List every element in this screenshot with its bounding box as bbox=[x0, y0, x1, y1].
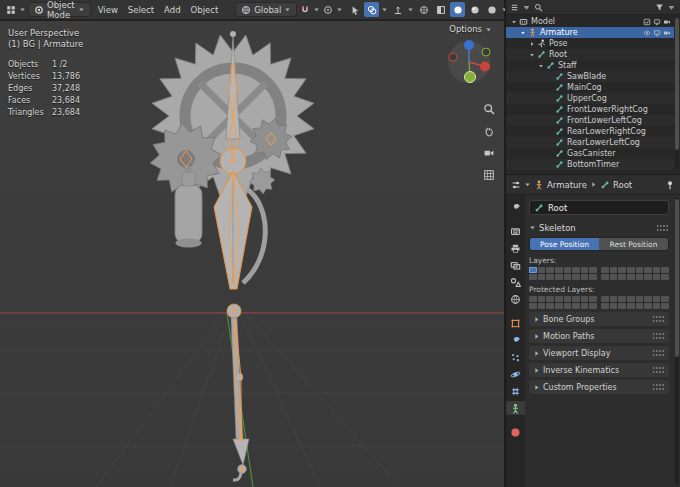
layer-toggle[interactable] bbox=[546, 303, 554, 309]
layer-toggle[interactable] bbox=[653, 274, 661, 280]
layer-toggle[interactable] bbox=[661, 267, 669, 273]
outliner-row-gascanister[interactable]: GasCanister bbox=[506, 148, 674, 159]
layer-toggle[interactable] bbox=[661, 274, 669, 280]
breadcrumb-data-icon[interactable] bbox=[600, 180, 610, 190]
layer-toggle[interactable] bbox=[653, 296, 661, 302]
layer-toggle[interactable] bbox=[601, 303, 609, 309]
gizmos-toggle-button[interactable] bbox=[390, 2, 405, 17]
menu-object[interactable]: Object bbox=[186, 3, 224, 17]
outliner-row-model[interactable]: Model bbox=[506, 16, 674, 27]
proportional-caret-icon[interactable] bbox=[336, 6, 343, 13]
navigation-gizmo[interactable] bbox=[442, 35, 496, 89]
menu-add[interactable]: Add bbox=[159, 3, 185, 17]
tab-particles[interactable] bbox=[506, 350, 525, 364]
layer-toggle[interactable] bbox=[618, 274, 626, 280]
orientation-selector[interactable]: Global bbox=[235, 2, 297, 17]
layer-toggle[interactable] bbox=[601, 296, 609, 302]
filter-caret-icon[interactable] bbox=[667, 3, 676, 12]
outliner-editor-type-icon[interactable] bbox=[510, 3, 519, 12]
panel-viewport-display[interactable]: Viewport Display bbox=[529, 346, 669, 360]
panel-custom-properties[interactable]: Custom Properties bbox=[529, 380, 669, 394]
layer-toggle[interactable] bbox=[636, 274, 644, 280]
outliner-row-staff[interactable]: Staff bbox=[506, 60, 674, 71]
shading-material-button[interactable] bbox=[467, 2, 482, 17]
outliner-row-sawblade[interactable]: SawBlade bbox=[506, 71, 674, 82]
camera-icon[interactable] bbox=[663, 29, 671, 37]
layer-toggle[interactable] bbox=[538, 296, 546, 302]
viewport-grid-toggle-button[interactable] bbox=[483, 169, 495, 181]
layer-toggle[interactable] bbox=[636, 296, 644, 302]
layer-toggle[interactable] bbox=[618, 267, 626, 273]
outliner-row-pose[interactable]: Pose bbox=[506, 38, 674, 49]
collapse-icon[interactable] bbox=[518, 30, 527, 36]
panel-grip-icon[interactable] bbox=[656, 224, 669, 232]
axis-x-neg-handle[interactable] bbox=[449, 53, 457, 61]
panel-grip-icon[interactable] bbox=[652, 366, 665, 374]
panel-grip-icon[interactable] bbox=[652, 332, 665, 340]
tab-object[interactable] bbox=[506, 316, 525, 330]
select-tool-button[interactable] bbox=[347, 2, 362, 17]
screen-icon[interactable] bbox=[653, 29, 661, 37]
menu-view[interactable]: View bbox=[93, 3, 123, 17]
screen-icon[interactable] bbox=[653, 18, 661, 26]
layer-toggle[interactable] bbox=[564, 303, 572, 309]
editor-type-button[interactable] bbox=[5, 4, 17, 16]
outliner-row-root[interactable]: Root bbox=[506, 49, 674, 60]
panel-bone-groups[interactable]: Bone Groups bbox=[529, 312, 669, 326]
layer-toggle[interactable] bbox=[546, 267, 554, 273]
tab-world[interactable] bbox=[506, 292, 525, 306]
layer-toggle[interactable] bbox=[636, 303, 644, 309]
checkbox-icon[interactable] bbox=[643, 18, 651, 26]
layer-toggle[interactable] bbox=[627, 274, 635, 280]
panel-grip-icon[interactable] bbox=[652, 349, 665, 357]
snap-magnet-button[interactable] bbox=[299, 4, 311, 16]
layer-toggle[interactable] bbox=[601, 274, 609, 280]
axis-y-neg-handle[interactable] bbox=[482, 48, 490, 56]
tab-constraints[interactable] bbox=[506, 384, 525, 398]
layer-toggle[interactable] bbox=[610, 296, 618, 302]
outliner-editor-caret-icon[interactable] bbox=[522, 3, 531, 12]
pose-position-button[interactable]: Pose Position bbox=[530, 238, 599, 250]
tab-object-data[interactable] bbox=[506, 401, 525, 415]
menu-select[interactable]: Select bbox=[123, 3, 159, 17]
layer-toggle[interactable] bbox=[581, 296, 589, 302]
camera-view-toggle-button[interactable] bbox=[483, 147, 495, 159]
outliner-row-rearlowerleftcog[interactable]: RearLowerLeftCog bbox=[506, 137, 674, 148]
pan-hand-tool-button[interactable] bbox=[483, 125, 495, 137]
axis-y-handle[interactable] bbox=[465, 72, 476, 83]
properties-editor-caret-icon[interactable] bbox=[524, 181, 531, 188]
filter-icon[interactable] bbox=[655, 3, 664, 12]
xray-toggle-button[interactable] bbox=[433, 2, 448, 17]
tab-material[interactable] bbox=[506, 425, 525, 439]
layer-toggle[interactable] bbox=[555, 303, 563, 309]
breadcrumb-data-label[interactable]: Root bbox=[613, 180, 632, 190]
tab-output[interactable] bbox=[506, 241, 525, 255]
layer-toggle[interactable] bbox=[581, 303, 589, 309]
breadcrumb-object-icon[interactable] bbox=[534, 180, 544, 190]
layer-toggle[interactable] bbox=[610, 267, 618, 273]
layer-toggle[interactable] bbox=[636, 267, 644, 273]
layer-toggle[interactable] bbox=[653, 267, 661, 273]
layer-toggle[interactable] bbox=[589, 274, 597, 280]
pin-icon[interactable] bbox=[665, 180, 675, 190]
options-dropdown[interactable]: Options bbox=[449, 24, 492, 34]
layer-toggle[interactable] bbox=[555, 296, 563, 302]
panel-motion-paths[interactable]: Motion Paths bbox=[529, 329, 669, 343]
layer-toggle[interactable] bbox=[589, 303, 597, 309]
mode-selector[interactable]: Object Mode bbox=[28, 2, 91, 17]
axis-x-handle[interactable] bbox=[480, 62, 490, 72]
gizmos-toggle-caret-icon[interactable] bbox=[407, 6, 414, 13]
layer-toggle[interactable] bbox=[589, 296, 597, 302]
eye-icon[interactable] bbox=[643, 29, 651, 37]
layer-toggle[interactable] bbox=[581, 267, 589, 273]
collapse-icon[interactable] bbox=[509, 19, 518, 25]
layer-toggle[interactable] bbox=[572, 296, 580, 302]
outliner-row-bottomtimer[interactable]: BottomTimer bbox=[506, 159, 674, 170]
proportional-editing-button[interactable] bbox=[322, 4, 334, 16]
layer-toggle[interactable] bbox=[653, 303, 661, 309]
layer-toggle[interactable] bbox=[601, 267, 609, 273]
name-field[interactable]: Root bbox=[529, 200, 669, 215]
outliner-row-frontlowerleftcog[interactable]: FrontLowerLeftCog bbox=[506, 115, 674, 126]
layer-toggle[interactable] bbox=[538, 303, 546, 309]
zoom-tool-button[interactable] bbox=[483, 103, 495, 115]
